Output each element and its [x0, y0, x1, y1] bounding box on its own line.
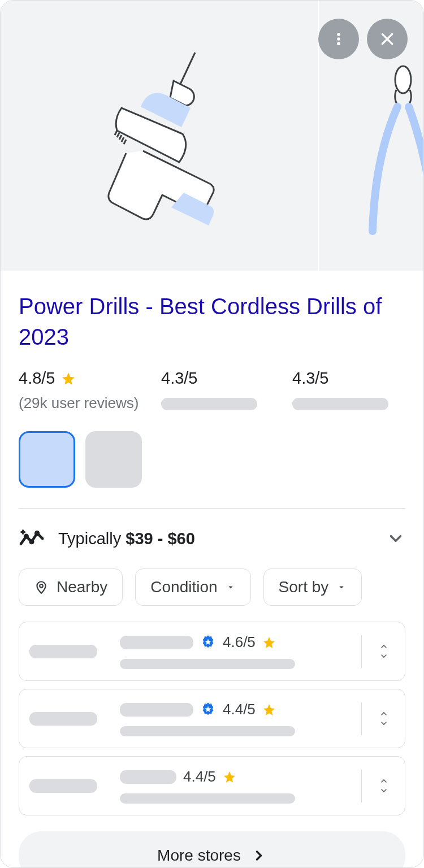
pin-icon — [34, 580, 49, 594]
rating-score: 4.8/5 — [19, 369, 55, 388]
chevron-down-icon — [377, 786, 391, 795]
chip-label: Nearby — [57, 578, 107, 596]
svg-line-0 — [179, 53, 195, 86]
placeholder-bar — [29, 712, 97, 726]
rating-score: 4.3/5 — [161, 369, 198, 388]
variant-swatches — [19, 431, 405, 488]
svg-point-4 — [337, 42, 340, 45]
close-button[interactable] — [367, 19, 408, 59]
typical-price-row[interactable]: Typically $39 - $60 — [19, 526, 405, 552]
store-row[interactable]: 4.4/5 — [19, 756, 405, 815]
chevron-down-icon — [386, 529, 405, 548]
store-list: 4.6/5 4.4/5 — [19, 622, 405, 815]
store-rating: 4.6/5 — [223, 633, 256, 651]
placeholder-bar — [120, 636, 193, 649]
filter-chips: Nearby Condition Sort by — [19, 568, 405, 606]
placeholder-bar — [292, 398, 388, 410]
caret-down-icon — [226, 582, 236, 592]
ratings-row: 4.8/5 (29k user reviews) 4.3/5 4.3/5 — [19, 367, 405, 414]
svg-point-7 — [25, 535, 28, 538]
svg-point-3 — [337, 37, 340, 41]
chip-nearby[interactable]: Nearby — [19, 568, 123, 606]
typical-price-text: Typically $39 - $60 — [58, 530, 373, 548]
placeholder-bar — [29, 645, 97, 658]
chevron-down-icon — [377, 719, 391, 728]
chip-sort[interactable]: Sort by — [263, 568, 362, 606]
svg-point-10 — [40, 584, 43, 588]
chevron-up-icon — [377, 642, 391, 651]
chip-label: Sort by — [279, 578, 329, 596]
chevron-up-icon — [377, 776, 391, 785]
verified-badge-icon — [200, 702, 216, 718]
product-panel: Power Drills - Best Cordless Drills of 2… — [0, 0, 424, 868]
close-icon — [379, 31, 396, 47]
more-options-button[interactable] — [318, 19, 359, 59]
rating-secondary[interactable]: 4.3/5 — [143, 367, 274, 413]
image-thumb-main[interactable] — [1, 1, 319, 271]
chevron-down-icon — [377, 652, 391, 661]
pliers-icon — [356, 63, 424, 249]
star-icon — [61, 371, 76, 386]
svg-point-8 — [31, 540, 33, 543]
reorder-handle[interactable] — [373, 642, 395, 661]
star-icon — [223, 770, 236, 784]
product-title[interactable]: Power Drills - Best Cordless Drills of 2… — [19, 271, 405, 357]
swatch-grey[interactable] — [85, 431, 142, 488]
chevron-up-icon — [377, 709, 391, 718]
placeholder-bar — [120, 793, 295, 804]
store-row[interactable]: 4.4/5 — [19, 689, 405, 748]
swatch-blue[interactable] — [19, 431, 75, 488]
divider — [361, 770, 362, 802]
chip-condition[interactable]: Condition — [135, 568, 250, 606]
svg-point-2 — [337, 33, 340, 36]
more-vert-icon — [331, 31, 347, 47]
rating-reviews: (29k user reviews) — [19, 394, 143, 412]
divider — [19, 508, 405, 509]
rating-tertiary[interactable]: 4.3/5 — [274, 367, 405, 413]
reorder-handle[interactable] — [373, 709, 395, 728]
drill-icon — [84, 46, 231, 232]
svg-point-9 — [36, 532, 38, 535]
rating-score: 4.3/5 — [292, 369, 329, 388]
sparkle-trend-icon — [19, 526, 45, 552]
chip-label: Condition — [150, 578, 217, 596]
store-row[interactable]: 4.6/5 — [19, 622, 405, 681]
placeholder-bar — [120, 726, 295, 736]
verified-badge-icon — [200, 635, 216, 650]
star-icon — [262, 636, 276, 649]
caret-down-icon — [336, 582, 347, 592]
rating-primary[interactable]: 4.8/5 (29k user reviews) — [19, 367, 143, 414]
placeholder-bar — [120, 770, 176, 784]
divider — [361, 702, 362, 735]
svg-point-1 — [395, 66, 411, 93]
more-stores-button[interactable]: More stores — [19, 831, 405, 868]
store-rating: 4.4/5 — [223, 701, 256, 718]
placeholder-bar — [120, 659, 295, 669]
reorder-handle[interactable] — [373, 776, 395, 795]
placeholder-bar — [161, 398, 257, 410]
image-carousel — [1, 1, 423, 271]
chevron-right-icon — [251, 848, 267, 863]
placeholder-bar — [120, 703, 193, 717]
divider — [361, 635, 362, 668]
more-stores-label: More stores — [157, 847, 241, 865]
star-icon — [262, 703, 276, 717]
placeholder-bar — [29, 779, 97, 793]
store-rating: 4.4/5 — [183, 768, 216, 785]
